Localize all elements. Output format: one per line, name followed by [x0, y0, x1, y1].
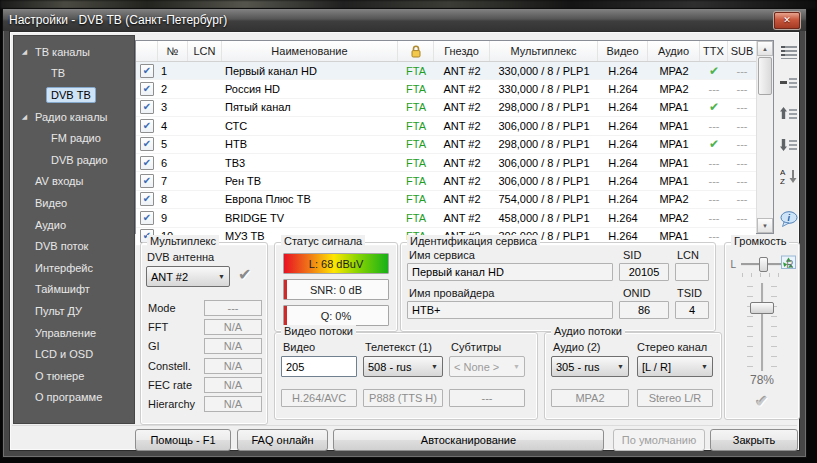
signal-snr-value: SNR: 0 dB	[310, 284, 362, 296]
sidebar-item[interactable]: DVB ТВ	[14, 84, 134, 106]
sidebar-item[interactable]: Аудио	[14, 214, 134, 236]
cell-ttx: ---	[700, 175, 728, 187]
channel-row[interactable]: ✔9BRIDGE TVFTAANT #2458,000 / 8 / PLP1H.…	[136, 209, 756, 227]
sidebar-item[interactable]: DVB радио	[14, 149, 134, 171]
tree-expander-icon[interactable]: ◢	[19, 113, 30, 121]
channel-row[interactable]: ✔4СТСFTAANT #2306,000 / 8 / PLP1H.264MPA…	[136, 117, 756, 135]
scroll-down-button[interactable]: ▼	[757, 218, 773, 233]
header-socket[interactable]: Гнездо	[434, 41, 490, 61]
subtitles-select[interactable]: < None > ▼	[449, 356, 525, 377]
tree-expander-icon[interactable]: ◢	[19, 48, 30, 56]
header-sub[interactable]: SUB	[728, 41, 756, 61]
faq-button[interactable]: FAQ онлайн	[237, 429, 328, 451]
onid-field: 86	[619, 301, 669, 319]
volume-slider-track[interactable]	[761, 283, 764, 371]
channel-row[interactable]: ✔6ТВ3FTAANT #2306,000 / 8 / PLP1H.264MPA…	[136, 154, 756, 172]
close-dialog-button[interactable]: Закрыть	[710, 429, 798, 451]
sidebar-item[interactable]: ◢Радио каналы	[14, 106, 134, 128]
sidebar-item[interactable]: Видео	[14, 192, 134, 214]
sidebar-item[interactable]: DVB поток	[14, 235, 134, 257]
scroll-up-button[interactable]: ▲	[757, 41, 773, 56]
scrollbar-thumb[interactable]	[758, 57, 772, 95]
antenna-apply-check-icon[interactable]: ✔	[238, 265, 251, 284]
sidebar-item[interactable]: ТВ	[14, 63, 134, 85]
close-button[interactable]: ✕	[774, 12, 800, 29]
defaults-button[interactable]: По умолчанию	[613, 429, 705, 451]
channel-row[interactable]: ✔5НТВFTAANT #2298,000 / 8 / PLP1H.264MPA…	[136, 136, 756, 154]
header-mux[interactable]: Мультиплекс	[490, 41, 598, 61]
remove-channel-icon[interactable]	[780, 75, 798, 91]
sidebar-item[interactable]: Управление	[14, 322, 134, 344]
header-name[interactable]: Наименование	[222, 41, 398, 61]
audio-select[interactable]: 305 - rus ▼	[551, 356, 629, 377]
autoscan-button[interactable]: Автосканирование	[333, 429, 604, 451]
cell-ttx: ---	[700, 83, 728, 95]
row-checkbox[interactable]: ✔	[136, 100, 158, 114]
channel-row[interactable]: ✔2Россия HDFTAANT #2330,000 / 8 / PLP1H.…	[136, 80, 756, 98]
teletext-select[interactable]: 508 - rus ▼	[363, 356, 443, 377]
channel-list-icon[interactable]	[780, 44, 798, 60]
param-value-field: N/A	[204, 358, 262, 374]
volume-slider-thumb[interactable]	[750, 302, 774, 314]
row-checkbox[interactable]: ✔	[136, 174, 158, 188]
sidebar-item-label: О программе	[30, 389, 107, 405]
stereo-select[interactable]: [L / R] ▼	[637, 356, 713, 377]
balance-slider-thumb[interactable]	[759, 257, 768, 272]
sidebar-item[interactable]: ◢ТВ каналы	[14, 41, 134, 63]
sidebar-item-label: AV входы	[30, 173, 88, 189]
video-pid-input[interactable]: 205	[281, 356, 357, 377]
channel-row[interactable]: ✔1Первый канал HDFTAANT #2330,000 / 8 / …	[136, 62, 756, 80]
header-lcn[interactable]: LCN	[188, 41, 222, 61]
channel-row[interactable]: ✔7Рен ТВFTAANT #2306,000 / 8 / PLP1H.264…	[136, 172, 756, 190]
cell-num: 9	[158, 212, 188, 224]
channel-row[interactable]: ✔8Европа Плюс ТВFTAANT #2754,000 / 8 / P…	[136, 191, 756, 209]
sort-az-icon[interactable]: AZ	[780, 168, 798, 184]
row-checkbox[interactable]: ✔	[136, 82, 158, 96]
cell-audio: MPA1	[648, 120, 700, 132]
lock-icon[interactable]	[398, 41, 434, 61]
footer-divider	[12, 425, 797, 426]
sidebar-item[interactable]: О тюнере	[14, 365, 134, 387]
sidebar-item[interactable]: Интерфейс	[14, 257, 134, 279]
checkbox-check-icon: ✔	[140, 174, 154, 188]
row-checkbox[interactable]: ✔	[136, 156, 158, 170]
header-audio[interactable]: Аудио	[648, 41, 700, 61]
balance-slider[interactable]	[741, 263, 781, 266]
cell-socket: ANT #2	[434, 138, 490, 150]
row-checkbox[interactable]: ✔	[136, 64, 158, 78]
cell-sub: ---	[728, 138, 756, 150]
sidebar-item[interactable]: AV входы	[14, 171, 134, 193]
sidebar-item[interactable]: LCD и OSD	[14, 343, 134, 365]
volume-slider[interactable]	[745, 283, 779, 371]
cell-audio: MPA1	[648, 230, 700, 242]
row-checkbox[interactable]: ✔	[136, 192, 158, 206]
cell-fta: FTA	[398, 175, 434, 187]
volume-percent: 78%	[725, 373, 799, 387]
sidebar-item[interactable]: Таймшифт	[14, 279, 134, 301]
table-scrollbar[interactable]: ▲ ▼	[756, 41, 773, 233]
cell-fta: FTA	[398, 65, 434, 77]
help-button[interactable]: Помощь - F1	[135, 429, 231, 451]
cell-name: ТВ3	[222, 157, 398, 169]
antenna-select[interactable]: ANT #2 ▼	[146, 266, 230, 287]
channel-info-icon[interactable]: i	[780, 211, 798, 227]
sidebar-item[interactable]: Пульт ДУ	[14, 300, 134, 322]
sidebar-item[interactable]: FM радио	[14, 127, 134, 149]
move-up-icon[interactable]	[780, 106, 798, 122]
volume-check-icon[interactable]: ✔	[755, 392, 768, 411]
sidebar-item[interactable]: О программе	[14, 387, 134, 409]
row-checkbox[interactable]: ✔	[136, 119, 158, 133]
header-video[interactable]: Видео	[598, 41, 648, 61]
move-down-icon[interactable]	[780, 137, 798, 153]
window-titlebar[interactable]: Настройки - DVB ТВ (Санкт-Петербург) ✕	[3, 9, 806, 31]
channel-row[interactable]: ✔3Пятый каналFTAANT #2298,000 / 8 / PLP1…	[136, 99, 756, 117]
header-ttx[interactable]: TTX	[700, 41, 728, 61]
row-checkbox[interactable]: ✔	[136, 137, 158, 151]
cell-mux: 330,000 / 8 / PLP1	[490, 83, 598, 95]
cell-audio: MPA1	[648, 138, 700, 150]
audio-streams-group: Аудио потоки Аудио (2) Стерео канал 305 …	[544, 332, 722, 420]
service-name-label: Имя сервиса	[409, 249, 475, 261]
header-num[interactable]: №	[158, 41, 188, 61]
row-checkbox[interactable]: ✔	[136, 211, 158, 225]
cell-socket: ANT #2	[434, 101, 490, 113]
